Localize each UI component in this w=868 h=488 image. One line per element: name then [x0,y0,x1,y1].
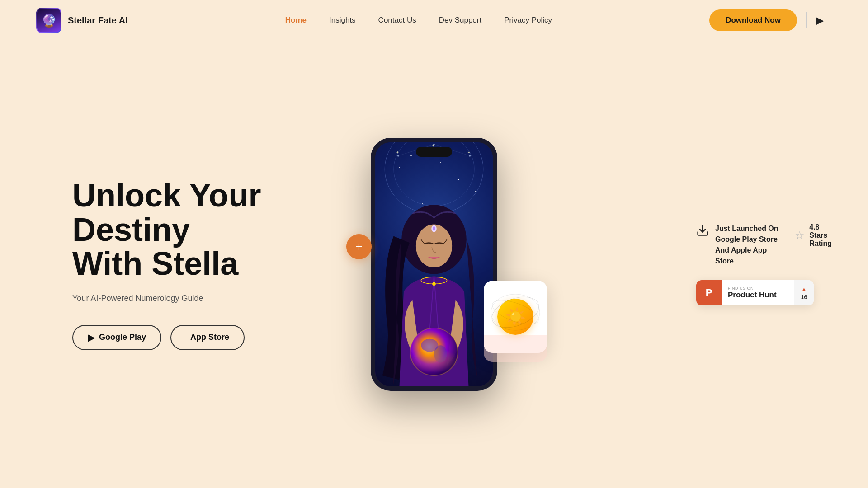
nav-divider [806,12,807,28]
svg-text:✦: ✦ [467,150,471,155]
phone-screen: ✦ ✦ ✦ [375,142,493,386]
nav-right: Download Now ▶ [709,9,832,31]
svg-point-22 [488,291,542,333]
brand-name: Stellar Fate AI [68,15,128,26]
product-hunt-text: FIND US ON Product Hunt [722,286,794,300]
hero-center: + [371,41,497,488]
sun-card: ☀️ [484,281,547,353]
navbar: 🔮 Stellar Fate AI Home Insights Contact … [0,0,868,41]
svg-point-15 [433,226,435,230]
app-store-label: App Store [190,333,229,342]
product-hunt-logo: P [696,280,722,305]
plus-button[interactable]: + [346,234,372,259]
orbital-rings-svg [488,285,542,339]
hero-subline: Your AI-Powered Numerology Guide [72,294,262,303]
nav-item-dev-support[interactable]: Dev Support [439,16,482,24]
globe-glow [409,348,459,373]
product-hunt-badge[interactable]: P FIND US ON Product Hunt ▲ 16 [696,280,814,305]
phone-frame: ✦ ✦ ✦ [371,138,497,391]
star-rating-icon: ☆ [795,229,805,242]
hero-section: Unlock Your Destiny With Stella Your AI-… [0,41,868,488]
hero-headline: Unlock Your Destiny With Stella [72,178,262,281]
rating-block: ☆ 4.8 Stars Rating [795,223,832,248]
product-hunt-count: 16 [801,294,807,300]
nav-store-icons: ▶ [816,14,832,27]
phone-wrapper: + [371,138,497,391]
store-buttons: ▶ Google Play App Store [72,325,262,350]
brand-logo-inner: 🔮 [37,9,61,32]
hero-left: Unlock Your Destiny With Stella Your AI-… [72,178,262,350]
product-hunt-count-block: ▲ 16 [794,280,814,305]
launch-info: Just Launched On Google Play Store And A… [696,223,832,267]
nav-item-privacy[interactable]: Privacy Policy [504,16,552,24]
launch-text-block: Just Launched On Google Play Store And A… [696,223,781,267]
google-play-icon: ▶ [88,332,94,343]
nav-item-contact[interactable]: Contact Us [378,16,416,24]
product-hunt-name: Product Hunt [728,291,788,300]
nav-item-insights[interactable]: Insights [329,16,356,24]
svg-point-21 [432,282,436,286]
nav-links: Home Insights Contact Us Dev Support Pri… [285,16,552,25]
product-hunt-find: FIND US ON [728,286,788,291]
brand-logo-emoji: 🔮 [41,13,57,28]
svg-text:✦: ✦ [396,150,399,155]
google-play-button[interactable]: ▶ Google Play [72,325,161,350]
brand-logo: 🔮 [36,8,61,33]
phone-notch [416,147,452,157]
rating-text: 4.8 Stars Rating [809,223,832,248]
svg-point-24 [491,294,540,330]
launch-text: Just Launched On Google Play Store And A… [715,223,781,267]
hero-right: Just Launched On Google Play Store And A… [660,223,832,305]
download-icon [696,224,709,240]
nav-item-home[interactable]: Home [285,16,307,24]
product-hunt-arrow-icon: ▲ [801,286,807,293]
google-play-label: Google Play [99,333,146,342]
app-store-button[interactable]: App Store [170,325,245,350]
download-now-button[interactable]: Download Now [709,9,797,31]
google-play-nav-icon[interactable]: ▶ [816,14,824,27]
brand-logo-link[interactable]: 🔮 Stellar Fate AI [36,8,128,33]
